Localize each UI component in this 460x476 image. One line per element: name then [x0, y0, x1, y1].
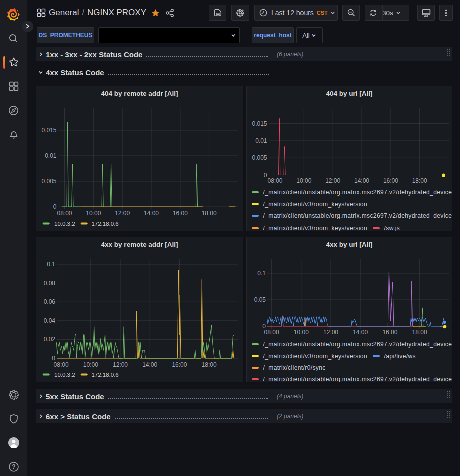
svg-text:0.015: 0.015 — [252, 120, 267, 127]
svg-text:10.0.3.2: 10.0.3.2 — [54, 221, 75, 227]
svg-text:14:00: 14:00 — [353, 329, 368, 336]
svg-text:0.005: 0.005 — [41, 178, 56, 185]
svg-text:10:00: 10:00 — [86, 210, 101, 217]
svg-text:0: 0 — [264, 172, 267, 179]
svg-text:12:00: 12:00 — [323, 329, 338, 336]
svg-text:0.06: 0.06 — [44, 298, 56, 305]
svg-text:0.015: 0.015 — [41, 127, 56, 134]
svg-text:0: 0 — [52, 355, 55, 362]
svg-text:14:00: 14:00 — [144, 210, 159, 217]
svg-text:12:00: 12:00 — [115, 210, 130, 217]
svg-text:08:00: 08:00 — [264, 329, 279, 336]
svg-text:18:00: 18:00 — [412, 329, 427, 336]
svg-text:14:00: 14:00 — [354, 177, 369, 184]
svg-text:08:00: 08:00 — [54, 361, 69, 368]
svg-text:/_matrix/client/r0/sync: /_matrix/client/r0/sync — [263, 364, 326, 371]
svg-text:12:00: 12:00 — [325, 177, 340, 184]
svg-text:10:00: 10:00 — [294, 329, 309, 336]
svg-text:10:00: 10:00 — [83, 361, 98, 368]
svg-text:0.01: 0.01 — [45, 152, 57, 159]
svg-text:08:00: 08:00 — [57, 210, 72, 217]
svg-text:0.01: 0.01 — [255, 137, 267, 144]
svg-text:172.18.0.6: 172.18.0.6 — [91, 221, 118, 227]
svg-text:/_matrix/client/v3/room_keys/v: /_matrix/client/v3/room_keys/version — [263, 353, 367, 360]
svg-text:/_matrix/client/unstable/org.m: /_matrix/client/unstable/org.matrix.msc2… — [263, 189, 452, 196]
svg-text:0.05: 0.05 — [254, 296, 266, 303]
svg-text:18:00: 18:00 — [202, 210, 217, 217]
svg-text:/_matrix/client/v3/room_keys/v: /_matrix/client/v3/room_keys/version — [263, 225, 367, 231]
svg-text:18:00: 18:00 — [412, 177, 427, 184]
svg-text:/sw.js: /sw.js — [384, 225, 400, 231]
svg-text:18:00: 18:00 — [202, 361, 217, 368]
svg-text:/_matrix/client/v3/room_keys/v: /_matrix/client/v3/room_keys/version — [263, 201, 367, 208]
svg-text:0.005: 0.005 — [252, 154, 267, 161]
svg-text:/_matrix/client/unstable/org.m: /_matrix/client/unstable/org.matrix.msc2… — [263, 341, 452, 348]
svg-text:16:00: 16:00 — [383, 177, 398, 184]
svg-text:10.0.3.2: 10.0.3.2 — [54, 372, 75, 378]
svg-text:0.04: 0.04 — [44, 317, 56, 324]
svg-text:0.1: 0.1 — [47, 261, 55, 268]
svg-text:/_matrix/client/unstable/org.m: /_matrix/client/unstable/org.matrix.msc2… — [263, 376, 452, 382]
svg-text:08:00: 08:00 — [267, 177, 282, 184]
svg-text:16:00: 16:00 — [172, 361, 187, 368]
svg-text:0: 0 — [53, 203, 57, 210]
svg-text:12:00: 12:00 — [113, 361, 128, 368]
svg-text:/api/live/ws: /api/live/ws — [384, 353, 416, 360]
svg-text:0.1: 0.1 — [257, 270, 266, 277]
svg-text:/_matrix/client/unstable/org.m: /_matrix/client/unstable/org.matrix.msc2… — [263, 212, 452, 219]
svg-text:172.18.0.6: 172.18.0.6 — [91, 372, 118, 378]
svg-text:10:00: 10:00 — [296, 177, 311, 184]
svg-text:?: ? — [12, 463, 15, 470]
svg-text:16:00: 16:00 — [382, 329, 397, 336]
svg-text:0.02: 0.02 — [44, 336, 56, 343]
svg-text:0.08: 0.08 — [44, 280, 56, 287]
svg-text:16:00: 16:00 — [173, 210, 188, 217]
svg-text:14:00: 14:00 — [142, 361, 157, 368]
